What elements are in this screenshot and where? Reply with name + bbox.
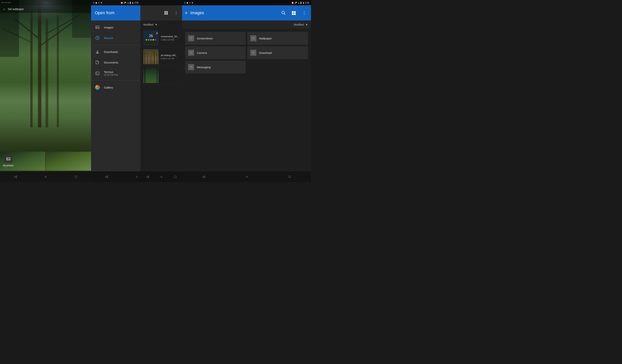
back-button-content[interactable]: ◁	[142, 173, 153, 180]
sort-row-p2: Modified ▼	[140, 20, 182, 29]
recents-button-p3[interactable]: □	[285, 173, 294, 180]
recents-button-p1[interactable]: □	[71, 173, 81, 180]
svg-text:⊕: ⊕	[156, 32, 158, 34]
set-wallpaper-text: Set wallpaper	[8, 8, 24, 11]
thumbnail-2[interactable]	[46, 152, 91, 171]
drawer-item-downloads[interactable]: Downloads	[91, 46, 140, 57]
image-item-1[interactable]: 26 ⊕ screenshot_20...	[140, 29, 182, 47]
downloads-icon	[95, 49, 100, 54]
drawer-item-downloads-label: Downloads	[104, 50, 118, 54]
folder-icon-wallpaper	[250, 35, 256, 41]
folder-icon-camera	[188, 50, 194, 56]
folder-item-screenshots[interactable]: Screenshots	[185, 32, 246, 45]
folder-name-camera: Camera	[197, 51, 207, 54]
svg-rect-47	[292, 11, 293, 13]
back-button-p3[interactable]: ◁	[198, 173, 209, 180]
status-bar-panel3: ⊙ ▣ ✦ ❖ ⏰ 🔑 ▲ ▌ ▮ 2:26	[182, 0, 311, 5]
image-icon-p2: ▣	[95, 2, 97, 4]
status-time-p3: 2:26	[305, 1, 309, 4]
image-info-1: screenshot_20... 1 MB 2:26 PM	[161, 35, 179, 41]
battery-icon-p2: ▮	[132, 2, 133, 4]
my-photos-button[interactable]: My photos	[3, 155, 14, 167]
sort-arrow-p2[interactable]: ▼	[155, 23, 157, 26]
svg-rect-22	[164, 11, 166, 13]
svg-rect-33	[155, 39, 156, 40]
drawer-item-recent[interactable]: Recent	[91, 33, 140, 43]
status-icons-right-p2: ⏰ 🔑 ▲ ▌ ▮ 2:26	[121, 1, 138, 4]
status-bar-panel2: ⊙ ▣ ✦ ❖ ⏰ 🔑 ▲ ▌ ▮ 2:26	[91, 0, 140, 5]
home-button-p1[interactable]: ○	[41, 173, 51, 180]
drawer-divider-1	[91, 45, 140, 45]
recents-button-content[interactable]: □	[170, 173, 180, 180]
wifi-icon-p2: ▲	[127, 2, 129, 4]
watermark-text: RUTAB.NET	[1, 2, 11, 4]
image-item-3[interactable]	[140, 66, 182, 85]
app-icon2-p2: ❖	[100, 2, 102, 4]
drawer-item-termux[interactable]: Termux 22.82 GB free	[91, 68, 140, 79]
termux-icon	[95, 71, 100, 76]
search-icon[interactable]	[280, 9, 287, 17]
svg-rect-50	[294, 13, 296, 15]
folder-name-wallpaper: Wallpaper	[259, 37, 272, 40]
more-options-icon-p3[interactable]: ⋮	[300, 9, 308, 17]
set-wallpaper-bar[interactable]: ✓ Set wallpaper	[0, 5, 91, 13]
more-options-icon[interactable]: ⋮	[173, 9, 180, 17]
app-icon2-p3: ❖	[192, 2, 193, 4]
tree-svg	[0, 0, 91, 127]
svg-rect-48	[294, 11, 296, 13]
nav-bar-panel3: ◁ ○ □	[182, 171, 311, 182]
hamburger-menu-icon[interactable]: ≡	[185, 11, 187, 15]
svg-rect-25	[166, 13, 168, 15]
folder-name-messaging: Messaging	[197, 66, 211, 69]
battery-p3: ▮	[303, 2, 304, 4]
images-icon	[95, 25, 100, 30]
drawer-item-recent-label: Recent	[104, 37, 113, 40]
wallpaper-panel: RUTAB.NET ✓ Set wallpaper My photos ◁ ○ …	[0, 0, 91, 182]
back-button-p2[interactable]: ◁	[101, 173, 112, 180]
svg-rect-13	[96, 26, 99, 29]
thumbnail-row	[0, 152, 91, 171]
content-toolbar: ⋮	[140, 5, 182, 20]
images-sort-row: Modified ▼	[182, 20, 311, 29]
svg-rect-31	[150, 39, 152, 40]
folder-icon-messaging	[188, 64, 194, 70]
drawer-item-documents[interactable]: Documents	[91, 57, 140, 68]
app-icon1-p2: ✦	[98, 2, 99, 4]
image-meta-1: 1 MB 2:26 PM	[161, 39, 179, 41]
status-left-p3: ⊙ ▣ ✦ ❖	[184, 2, 193, 4]
folder-icon-screenshots	[188, 35, 194, 41]
status-time-p2: 2:26	[134, 1, 138, 4]
image-meta-2: 9 MB 2:24 PM	[161, 57, 179, 60]
image-item-2[interactable]: at-reding-140... 9 MB 2:24 PM	[140, 48, 182, 66]
back-button-p1[interactable]: ◁	[10, 173, 20, 180]
alarm-icon-p3: ⏰	[292, 2, 294, 4]
folder-item-download[interactable]: Download	[247, 46, 308, 59]
list-view-icon[interactable]	[290, 9, 297, 17]
svg-rect-42	[143, 68, 158, 83]
home-button-content[interactable]: ○	[157, 173, 166, 180]
grid-view-icon[interactable]	[163, 9, 170, 16]
key-icon-p3: 🔑	[295, 2, 297, 4]
image-thumb-1: 26 ⊕	[143, 30, 158, 45]
my-photos-label: My photos	[3, 164, 14, 167]
open-from-panel: ⊙ ▣ ✦ ❖ ⏰ 🔑 ▲ ▌ ▮ 2:26 Open from	[91, 0, 182, 182]
recent-images-list: 26 ⊕ screenshot_20...	[140, 29, 182, 171]
termux-sub: 22.82 GB free	[104, 74, 118, 76]
folder-item-messaging[interactable]: Messaging	[185, 61, 246, 74]
wifi-icon-p3: ▲	[298, 2, 300, 4]
drawer-item-images[interactable]: Images	[91, 22, 140, 33]
drawer-header: Open from	[91, 5, 140, 20]
drawer-item-documents-label: Documents	[104, 61, 118, 64]
folder-item-wallpaper[interactable]: Wallpaper	[247, 32, 308, 45]
status-icons-left-p2: ⊙ ▣ ✦ ❖	[93, 2, 102, 4]
svg-rect-30	[148, 39, 149, 40]
status-bar-content	[140, 0, 182, 5]
gallery-icon	[95, 85, 100, 90]
home-button-p3[interactable]: ○	[242, 173, 252, 180]
svg-rect-11	[7, 157, 10, 160]
sort-arrow-p3[interactable]: ▼	[305, 23, 308, 26]
alarm-icon-p2: ⏰	[121, 2, 123, 4]
status-bar-panel1: RUTAB.NET	[0, 0, 91, 5]
folder-item-camera[interactable]: Camera	[185, 46, 246, 59]
drawer-item-gallery[interactable]: Gallery	[91, 82, 140, 93]
